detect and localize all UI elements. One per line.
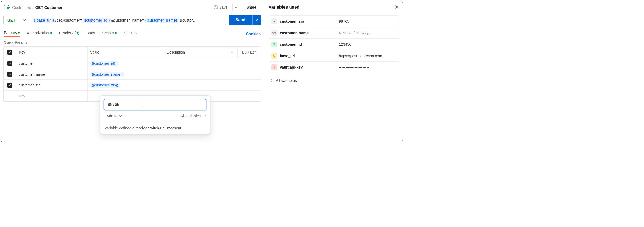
param-description[interactable] (164, 69, 227, 79)
tab-headers[interactable]: Headers (8) (59, 31, 79, 37)
footer-prompt: Variable defined already? (104, 126, 148, 130)
scope-badge-icon: C (271, 53, 277, 59)
variable-name: customer_id (280, 39, 335, 50)
variable-value-input[interactable] (104, 99, 206, 110)
variable-name: customer_name (280, 27, 335, 38)
column-options[interactable] (227, 47, 237, 58)
main-panel: HTTP Customers / GET Customer Save Sh (1, 1, 264, 142)
breadcrumb: Customers / GET Customer (12, 5, 62, 10)
variables-table: – customer_zip 98765 </> customer_name R… (269, 15, 399, 73)
all-variables-label: All variables (180, 114, 201, 118)
tab-label: Authorization (27, 31, 49, 35)
param-description[interactable] (164, 80, 227, 90)
variable-popup: Add to All variables Variable defined al… (100, 95, 210, 134)
col-description: Description (164, 47, 227, 58)
all-variables-expand[interactable]: All variables (269, 73, 399, 88)
url-token-var: {{customer_id}} (83, 18, 111, 23)
variable-row[interactable]: </> customer_name Resolved via script (269, 27, 399, 38)
variable-value: https://postman-echo.com (335, 50, 399, 61)
param-value[interactable]: {{customer_zip}} (87, 80, 164, 90)
scope-badge-icon: </> (271, 30, 277, 36)
variable-row[interactable]: V vault:api-key ••••••••••••••••••••••• (269, 61, 399, 73)
breadcrumb-parent[interactable]: Customers (12, 5, 31, 10)
param-description[interactable] (164, 58, 227, 69)
variable-row[interactable]: – customer_zip 98765 (269, 16, 399, 27)
table-row: customer_zip {{customer_zip}} (4, 79, 261, 90)
row-checkbox[interactable] (7, 83, 12, 88)
send-dropdown[interactable] (252, 15, 261, 25)
tab-label: Scripts (102, 31, 114, 35)
send-group: Send (229, 15, 261, 25)
url-token-text: &customer_name= (111, 18, 144, 22)
param-value[interactable]: {{customer_name}} (87, 69, 164, 79)
add-to-dropdown[interactable]: Add to (107, 114, 122, 118)
query-params-table: Key Value Description Bulk Edit customer… (3, 46, 261, 102)
variable-pill: {{customer_zip}} (90, 83, 120, 88)
send-button[interactable]: Send (229, 15, 252, 25)
variable-name: vault:api-key (280, 62, 335, 73)
add-to-label: Add to (107, 114, 117, 118)
select-all-checkbox[interactable] (7, 50, 12, 55)
svg-point-1 (231, 52, 232, 53)
close-panel-button[interactable] (395, 5, 399, 10)
tab-scripts[interactable]: Scripts (102, 31, 116, 37)
tab-body[interactable]: Body (86, 31, 95, 37)
close-icon (395, 5, 399, 9)
svg-point-2 (232, 52, 233, 53)
request-tabs: Params Authorization Headers (8) Body Sc… (3, 30, 261, 38)
bulk-edit-link[interactable]: Bulk Edit (237, 47, 261, 58)
url-input-box: GET {{base_url}} /get?customer= {{custom… (3, 15, 226, 25)
save-label: Save (219, 5, 228, 9)
param-key-input[interactable]: Key (16, 91, 87, 101)
param-key[interactable]: customer (16, 58, 87, 69)
all-variables-link[interactable]: All variables (180, 114, 206, 118)
row-checkbox[interactable] (7, 61, 12, 66)
url-token-var: {{customer_name}} (144, 18, 179, 23)
url-input[interactable]: {{base_url}} /get?customer= {{customer_i… (30, 18, 200, 23)
status-dot-icon (50, 32, 52, 34)
variable-name: base_url (280, 50, 335, 61)
share-button[interactable]: Share (242, 4, 261, 11)
variable-row[interactable]: C base_url https://postman-echo.com (269, 50, 399, 61)
tab-settings[interactable]: Settings (124, 31, 137, 37)
chevron-down-icon (23, 18, 26, 22)
param-key[interactable]: customer_zip (16, 80, 87, 90)
popup-footer: Variable defined already? Switch Environ… (100, 122, 210, 134)
save-button[interactable]: Save (211, 3, 230, 11)
url-token-text: /get?customer= (55, 18, 82, 22)
headers-count: (8) (74, 31, 79, 35)
variables-used-panel: Variables used – customer_zip 98765 </> … (264, 1, 403, 142)
app-window: HTTP Customers / GET Customer Save Sh (1, 1, 403, 142)
status-dot-icon (115, 32, 117, 34)
param-value[interactable]: {{customer_id}} (87, 58, 164, 69)
save-dropdown[interactable] (232, 3, 240, 11)
table-header: Key Value Description Bulk Edit (4, 47, 261, 58)
svg-text:HTTP: HTTP (4, 6, 10, 9)
variable-value: Resolved via script (335, 27, 399, 38)
col-value: Value (87, 47, 164, 58)
switch-environment-link[interactable]: Switch Environment (148, 126, 181, 130)
variable-name: customer_zip (280, 16, 335, 27)
panel-title: Variables used (269, 5, 299, 10)
param-key[interactable]: customer_name (16, 69, 87, 79)
more-icon (231, 52, 234, 53)
http-icon: HTTP (3, 5, 10, 10)
request-header: HTTP Customers / GET Customer Save Sh (3, 3, 261, 12)
variable-value: 98765 (335, 16, 399, 27)
method-select[interactable]: GET (4, 15, 30, 25)
cookies-link[interactable]: Cookies (246, 32, 261, 36)
variable-value: ••••••••••••••••••••••• (335, 62, 399, 73)
variable-pill: {{customer_id}} (90, 61, 118, 66)
scope-badge-icon: V (271, 64, 277, 70)
variable-row[interactable]: E customer_id 123456 (269, 38, 399, 50)
breadcrumb-current: GET Customer (35, 5, 62, 10)
scope-badge-icon: – (271, 18, 277, 24)
svg-point-3 (233, 52, 234, 53)
request-url-row: GET {{base_url}} /get?customer= {{custom… (3, 15, 261, 25)
table-row: customer {{customer_id}} (4, 58, 261, 69)
chevron-right-icon (270, 79, 273, 82)
row-checkbox[interactable] (7, 72, 12, 77)
tab-authorization[interactable]: Authorization (27, 31, 52, 37)
tab-params[interactable]: Params (4, 31, 20, 37)
chevron-down-icon (119, 115, 122, 117)
